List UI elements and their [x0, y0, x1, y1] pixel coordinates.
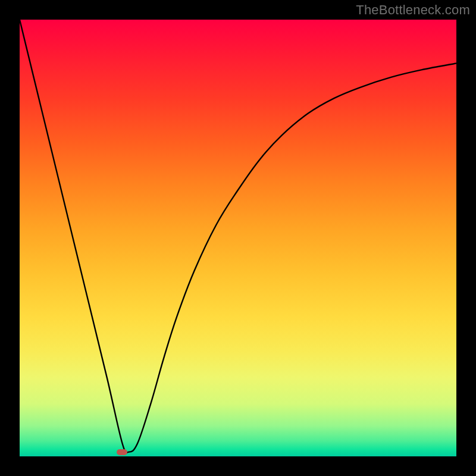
optimal-point-marker: [117, 449, 127, 455]
chart-container: TheBottleneck.com: [0, 0, 476, 476]
bottleneck-curve: [20, 20, 456, 456]
curve-path: [20, 20, 456, 453]
plot-area: [20, 20, 456, 456]
watermark-text: TheBottleneck.com: [356, 2, 470, 18]
